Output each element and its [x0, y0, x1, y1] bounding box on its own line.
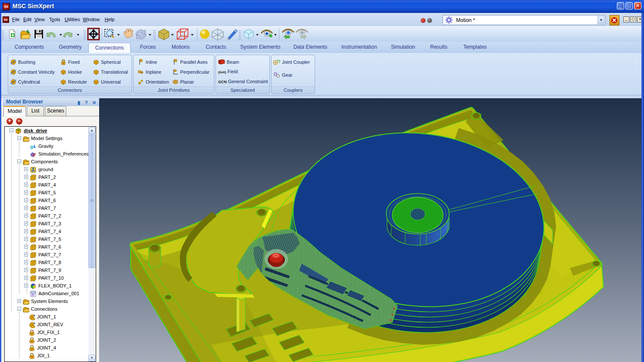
svg-text:g: g [30, 144, 33, 149]
